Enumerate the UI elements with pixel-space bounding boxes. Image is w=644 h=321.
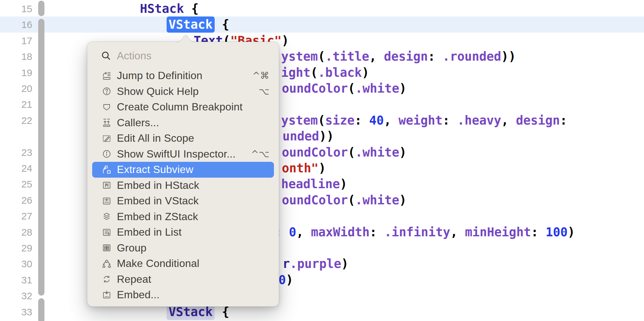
- menu-item-extract-subview[interactable]: Extract Subview: [92, 162, 274, 178]
- code-token: ): [318, 161, 326, 175]
- menu-item-embed-in-vstack[interactable]: Embed in VStack: [92, 193, 274, 209]
- action-popup-menu: Actions Jump to Definition^⌘Show Quick H…: [87, 42, 279, 306]
- menu-item-repeat[interactable]: Repeat: [92, 272, 274, 287]
- line-number[interactable]: 21: [0, 97, 32, 112]
- menu-item-create-column-breakpoint[interactable]: Create Column Breakpoint: [92, 99, 274, 115]
- code-line[interactable]: HStack {: [140, 1, 199, 17]
- line-number[interactable]: 18: [0, 49, 32, 65]
- embed-in-hstack-icon: [102, 180, 112, 190]
- line-number[interactable]: 30: [0, 256, 32, 272]
- line-number[interactable]: 23: [0, 145, 32, 160]
- menu-item-callers[interactable]: Callers...: [92, 115, 274, 131]
- line-number[interactable]: 25: [0, 176, 32, 192]
- menu-item-shortcut: ⌥: [259, 86, 269, 97]
- code-token: weight: [391, 113, 443, 128]
- code-token: ight: [281, 66, 310, 80]
- callers-icon: [102, 118, 112, 128]
- actions-search-field[interactable]: Actions: [101, 49, 272, 62]
- menu-item-edit-all-in-scope[interactable]: Edit All in Scope: [92, 131, 274, 146]
- menu-item-label: Extract Subview: [117, 163, 193, 176]
- code-line[interactable]: 0): [279, 272, 293, 288]
- code-token: ,: [384, 113, 391, 128]
- code-line[interactable]: headline): [281, 176, 347, 192]
- line-number[interactable]: 29: [0, 240, 32, 256]
- embed-icon: [102, 290, 112, 300]
- menu-item-label: Embed in ZStack: [117, 211, 198, 223]
- code-line[interactable]: oundColor(.white): [282, 145, 407, 160]
- change-bar-segment: [38, 298, 44, 321]
- menu-item-shortcut: ^⌥: [251, 149, 269, 160]
- code-token: .purple: [290, 257, 341, 271]
- xcode-source-editor: 15161718192021222324252627282930313233 H…: [0, 0, 644, 321]
- code-token: ,: [501, 113, 508, 128]
- menu-item-show-swiftui-inspector[interactable]: Show SwiftUI Inspector...^⌥: [92, 146, 274, 162]
- menu-item-embed[interactable]: Embed...: [92, 287, 274, 303]
- line-number[interactable]: 31: [0, 272, 32, 288]
- code-token: .title: [325, 49, 369, 64]
- code-line[interactable]: ystem(.title, design: .rounded)): [281, 49, 516, 65]
- line-number[interactable]: 16: [0, 17, 32, 33]
- menu-item-label: Show SwiftUI Inspector...: [117, 148, 236, 160]
- line-number[interactable]: 19: [0, 65, 32, 81]
- current-line-highlight: [0, 16, 644, 33]
- code-line[interactable]: unded)): [282, 129, 334, 144]
- line-number[interactable]: 26: [0, 192, 32, 208]
- code-token: design: [509, 113, 560, 128]
- code-token: minHeight: [458, 225, 531, 239]
- menu-item-embed-in-hstack[interactable]: Embed in HStack: [92, 178, 274, 193]
- code-token: (: [318, 113, 325, 128]
- code-token: 40: [362, 113, 384, 128]
- code-token: oundColor: [282, 145, 348, 160]
- code-token: maxWidth: [304, 225, 369, 239]
- menu-item-label: Embed in VStack: [117, 195, 199, 207]
- line-number[interactable]: 15: [0, 1, 32, 17]
- code-line[interactable]: ystem(size: 40, weight: .heavy, design:: [281, 113, 567, 129]
- code-line[interactable]: oundColor(.white): [282, 192, 407, 208]
- menu-item-embed-in-list[interactable]: Embed in List: [92, 224, 274, 240]
- line-number[interactable]: 28: [0, 224, 32, 240]
- line-number[interactable]: 33: [0, 304, 32, 320]
- code-token: ,: [450, 225, 458, 239]
- code-line[interactable]: oundColor(.white): [282, 81, 407, 97]
- code-line[interactable]: ight(.black): [281, 65, 369, 81]
- line-number[interactable]: 17: [0, 33, 32, 49]
- selected-token[interactable]: VStack: [167, 16, 215, 33]
- menu-item-label: Repeat: [117, 273, 151, 285]
- code-line[interactable]: VStack {: [167, 17, 229, 33]
- menu-item-group[interactable]: Group: [92, 240, 274, 256]
- menu-item-show-quick-help[interactable]: Show Quick Help⌥: [92, 84, 274, 100]
- line-number[interactable]: 22: [0, 113, 32, 129]
- code-token: size: [325, 113, 355, 128]
- code-token: design: [377, 49, 428, 64]
- code-token: ystem: [281, 113, 318, 128]
- line-number[interactable]: 24: [0, 160, 32, 176]
- code-token: unded: [282, 129, 319, 143]
- code-token: ): [399, 81, 406, 96]
- line-number[interactable]: 27: [0, 208, 32, 224]
- code-token: {: [215, 305, 229, 319]
- code-token: ): [399, 193, 406, 207]
- code-token: ,: [296, 225, 304, 239]
- extract-subview-icon: [102, 165, 112, 175]
- embed-in-list-icon: [102, 227, 112, 237]
- code-token: ): [399, 145, 406, 160]
- search-icon: [101, 50, 111, 61]
- menu-item-make-conditional[interactable]: Make Conditional: [92, 256, 274, 272]
- code-line[interactable]: : 0, maxWidth: .infinity, minHeight: 100…: [274, 224, 575, 240]
- line-number[interactable]: 20: [0, 81, 32, 97]
- search-placeholder: Actions: [117, 50, 151, 62]
- embed-in-zstack-icon: [102, 212, 112, 221]
- code-token: onth": [282, 161, 318, 175]
- code-token: :: [443, 113, 450, 128]
- code-token: ,: [369, 49, 376, 64]
- code-token: .black: [318, 66, 362, 80]
- popup-beak: [176, 33, 195, 42]
- line-number[interactable]: 32: [0, 288, 32, 304]
- code-line[interactable]: r.purple): [282, 256, 349, 272]
- code-line[interactable]: onth"): [282, 160, 326, 176]
- code-token: (: [348, 193, 355, 207]
- menu-item-jump-to-definition[interactable]: Jump to Definition^⌘: [92, 68, 274, 84]
- code-token: (: [318, 49, 325, 64]
- code-token: oundColor: [282, 193, 348, 207]
- menu-item-embed-in-zstack[interactable]: Embed in ZStack: [92, 209, 274, 225]
